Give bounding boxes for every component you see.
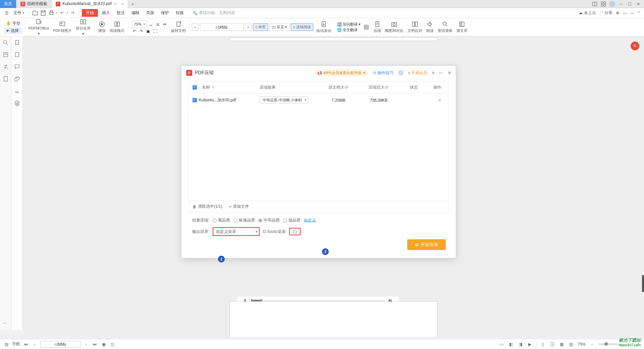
continuous-button[interactable]: ≡连续阅读 <box>291 23 313 31</box>
avatar-small-icon[interactable] <box>398 70 404 76</box>
select-mode[interactable]: ➤选择 <box>4 28 22 34</box>
actual-size-icon[interactable]: ◫ <box>109 341 115 347</box>
grid-icon[interactable] <box>600 1 606 7</box>
start-compress-button[interactable]: ⚙开始压缩 <box>407 239 446 250</box>
split-merge-button[interactable]: 拆分合并 ▾ <box>74 18 92 36</box>
menu-protect[interactable]: 保护 <box>158 9 172 17</box>
tab-add-button[interactable]: + <box>128 1 138 7</box>
tips-link[interactable]: ⊙ 操作技巧 <box>373 70 393 76</box>
dialog-close-icon[interactable]: ✕ <box>448 70 451 75</box>
zoom-in-icon[interactable]: ⚌ <box>155 22 161 27</box>
last-page-icon[interactable]: ⏭ <box>92 341 98 347</box>
attachment-icon[interactable] <box>14 76 20 82</box>
redo-icon[interactable]: ↷ <box>69 10 76 16</box>
promo-banner[interactable]: 📢 WPS会员体系全新升级 ✕ <box>315 69 368 77</box>
dict-translate-button[interactable]: 🔤划词翻译▾ <box>337 22 361 27</box>
quality-high-radio[interactable]: 高品质 <box>213 217 230 223</box>
select-all-checkbox[interactable] <box>193 85 197 90</box>
play-bottom-icon[interactable]: ▶ <box>527 341 533 347</box>
menu-insert[interactable]: 插入 <box>99 9 113 17</box>
layout3-icon[interactable]: ▦ <box>559 341 565 347</box>
vip-link[interactable]: ♦ 开通会员 <box>408 70 427 76</box>
next-page-icon[interactable]: › <box>83 341 89 347</box>
single-page-button[interactable]: ▯单页 <box>253 23 268 31</box>
menu-edit[interactable]: 编辑 <box>129 9 142 17</box>
page-sidebar-icon[interactable] <box>3 76 9 82</box>
compress-button[interactable]: 压缩 <box>372 18 383 36</box>
pdf-to-image-button[interactable]: PDF转图片 <box>52 18 73 36</box>
quality-low-radio[interactable]: 低品质 <box>283 217 301 223</box>
read-aloud-button[interactable]: 朗读 <box>425 18 435 36</box>
layout-icon[interactable] <box>592 1 598 7</box>
layout1-icon[interactable]: ▯ <box>540 341 546 347</box>
tab-document[interactable]: P KubuntuManual_加水印.pdf ⟳ ✕ <box>52 0 128 8</box>
tab-templates[interactable]: D找稻壳模板 <box>16 0 52 8</box>
search-sidebar-icon[interactable] <box>3 40 9 46</box>
menu-page[interactable]: 页面 <box>144 9 157 17</box>
view-mode3-icon[interactable]: ◨ <box>518 341 524 347</box>
row-remove-icon[interactable]: ✕ <box>438 98 441 103</box>
layout2-icon[interactable]: ⿲ <box>549 341 555 347</box>
compress-icon-button[interactable] <box>361 18 371 36</box>
window-mode-icon[interactable]: ▭ <box>623 11 627 15</box>
zoom-select[interactable]: 75% <box>132 20 147 28</box>
convert-sidebar-icon[interactable] <box>3 64 9 70</box>
quality-medium-radio[interactable]: 中等品质 <box>258 217 280 223</box>
view-mode2-icon[interactable]: ◧ <box>508 341 514 347</box>
window-maximize-icon[interactable]: ☐ <box>627 1 633 7</box>
effect-select[interactable]: 中等品质-中清晰,小体积 <box>260 97 308 103</box>
settings-icon[interactable]: ⚙ <box>616 11 620 15</box>
prev-page-icon[interactable]: ‹ <box>32 341 38 347</box>
custom-quality-link[interactable]: 自定义 <box>304 217 316 223</box>
fit-width-icon[interactable]: ⇔ <box>162 22 167 27</box>
chevron-up-icon[interactable]: ⌃ <box>637 11 641 15</box>
auto-scroll-button[interactable]: 自动滚动 <box>315 18 333 36</box>
browse-folder-button[interactable] <box>289 228 301 235</box>
pdf-to-office-button[interactable]: PDF转Office ▾ <box>27 18 51 36</box>
view-mode1-icon[interactable]: ▭ <box>499 341 505 347</box>
share-button[interactable]: ↗ 分享 <box>599 10 612 16</box>
bookmark-icon[interactable] <box>14 40 20 46</box>
library-button[interactable]: 搜文库 <box>455 18 469 36</box>
save-icon[interactable] <box>40 10 47 16</box>
page-next-button[interactable]: › <box>245 23 252 31</box>
fullscreen-icon[interactable]: ⛶ <box>152 29 158 34</box>
promo-close-icon[interactable]: ✕ <box>363 71 366 75</box>
floating-action-badge[interactable]: ✎ <box>631 42 639 50</box>
dialog-minimize-icon[interactable]: — <box>439 70 443 75</box>
open-icon[interactable] <box>32 10 39 16</box>
dialog-menu-icon[interactable]: ≡ <box>432 70 434 75</box>
outline-icon[interactable]: ▤ <box>3 341 9 347</box>
comment-icon[interactable] <box>14 64 20 70</box>
add-file-button[interactable]: +添加文件 <box>229 204 249 209</box>
page-prev-button[interactable]: ‹ <box>192 23 199 31</box>
screenshot-button[interactable]: 截图和对比 <box>383 18 405 36</box>
window-minimize-icon[interactable]: — <box>618 1 624 7</box>
row-checkbox[interactable] <box>193 98 197 102</box>
bottom-page-input[interactable] <box>40 341 80 348</box>
user-avatar-icon[interactable] <box>609 1 615 7</box>
undo-icon[interactable]: ↶ <box>59 10 65 16</box>
read-mode-button[interactable]: 阅读模式 <box>108 18 126 36</box>
collapse-icon[interactable]: — <box>630 11 634 15</box>
zoom-slider[interactable] <box>598 344 622 345</box>
double-page-button[interactable]: ▯▯双页▾ <box>269 23 289 31</box>
menu-start[interactable]: 开始 <box>82 9 98 17</box>
page-number-input[interactable] <box>200 23 244 31</box>
play-button[interactable]: 播放 <box>97 18 107 36</box>
tab-close-icon[interactable]: ✕ <box>121 2 124 6</box>
menu-review[interactable]: 批注 <box>114 9 127 17</box>
clear-selected-button[interactable]: 🗑清除选中(1/1) <box>193 204 222 209</box>
ai-sidebar-icon[interactable] <box>3 52 9 58</box>
print-icon[interactable] <box>48 10 55 16</box>
hamburger-menu-icon[interactable]: ☰ <box>3 10 10 16</box>
output-dir-select[interactable]: 自定义目录 <box>213 227 260 236</box>
crop-icon[interactable]: ▣ <box>145 29 151 34</box>
rotate-right-icon[interactable]: ↷ <box>139 29 144 34</box>
thumbnail-icon[interactable] <box>14 52 20 58</box>
cloud-status[interactable]: ☁ 未上云 <box>579 10 596 16</box>
more-sidebar-icon[interactable]: ⋯ <box>3 321 9 327</box>
first-page-icon[interactable]: ⏮ <box>23 341 29 347</box>
layout4-icon[interactable]: ▤ <box>568 341 574 347</box>
zoom-out-icon[interactable]: ⚊ <box>148 22 154 27</box>
